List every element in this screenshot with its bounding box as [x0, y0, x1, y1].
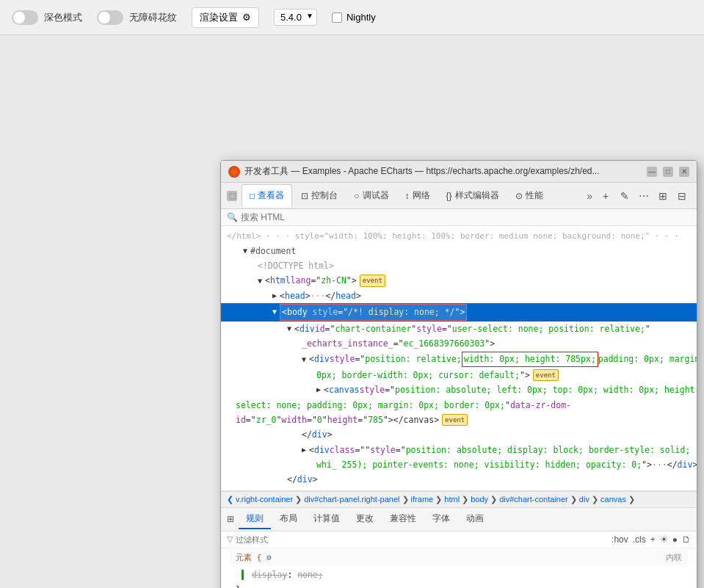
tree-collapse-icon[interactable]: ▼	[258, 275, 262, 287]
css-tab-computed[interactable]: 计算值	[306, 509, 347, 529]
tree-line-div-position[interactable]: ▼ <div style="position: relative; width:…	[221, 351, 697, 367]
maximize-button[interactable]: □	[663, 167, 673, 177]
tab-inspector-label: 查看器	[258, 189, 284, 202]
tab-network[interactable]: ↕ 网络	[398, 185, 438, 206]
css-element-close: }	[230, 584, 688, 588]
tree-line-head[interactable]: ▶ <head> ··· </head>	[221, 288, 697, 303]
tab-console[interactable]: ⊡ 控制台	[294, 185, 345, 206]
dark-mode-toggle[interactable]	[12, 10, 38, 25]
accessible-toggle-item: 无障碍花纹	[97, 10, 177, 25]
firefox-icon	[228, 166, 240, 178]
css-element-rule: 元素 { ⚙ 内联 display: none; }	[221, 548, 697, 588]
nightly-label: Nightly	[346, 12, 376, 23]
tree-line-echarts-instance: _echarts_instance_="ec_1668397660303">	[221, 336, 697, 351]
tree-collapse-icon[interactable]: ▼	[243, 245, 247, 257]
devtools-tab-bar: ⬚ □ 查看器 ⊡ 控制台 ○ 调试器 ↕ 网络 {} 样式编辑器 ⊙	[221, 183, 697, 209]
css-panel-tabs: ⊞ 规则 布局 计算值 更改 兼容性 字体 动画	[221, 508, 697, 531]
minimize-button[interactable]: —	[647, 167, 657, 177]
tree-collapse-icon[interactable]: ▶	[272, 290, 277, 302]
dock-side-button[interactable]: ⊟	[673, 187, 691, 205]
css-active-indicator	[242, 570, 244, 580]
tree-line-body-selected[interactable]: ▼ <body style="/*! display: none; */">	[221, 303, 697, 321]
more-tools-button[interactable]: ⋯	[635, 187, 653, 205]
render-settings-button[interactable]: 渲染设置 ⚙	[192, 7, 259, 28]
breadcrumb: ❮ v.right-container ❯ div#chart-panel.ri…	[221, 491, 697, 508]
breadcrumb-body[interactable]: body	[471, 495, 490, 504]
dark-icon[interactable]: ●	[672, 534, 678, 545]
render-label: 渲染设置	[200, 11, 238, 24]
tree-line-div-chart[interactable]: ▼ <div id="chart-container" style="user-…	[221, 322, 697, 336]
dark-mode-label: 深色模式	[44, 11, 82, 24]
css-tab-fonts[interactable]: 字体	[425, 509, 457, 529]
add-rule-button[interactable]: +	[650, 534, 656, 545]
css-gear-btn[interactable]: ⚙	[266, 553, 272, 562]
tab-debugger-label: 调试器	[363, 189, 389, 202]
tree-line-close-div: </div>	[221, 427, 697, 442]
css-element-source: 内联	[666, 551, 682, 565]
screenshot-icon[interactable]: 🗋	[682, 534, 691, 545]
breadcrumb-right-arrow: ❯	[628, 495, 635, 504]
tree-line-div-tooltip-cont: whi_ 255); pointer-events: none; visibil…	[221, 457, 697, 472]
tab-performance-icon: ⊙	[515, 191, 523, 201]
light-icon[interactable]: ☀	[660, 534, 668, 545]
css-filter-input[interactable]	[236, 535, 609, 544]
css-tab-changes[interactable]: 更改	[349, 509, 381, 529]
tree-line: </html> · · · style="width: 100%; height…	[221, 229, 697, 244]
css-tab-animation[interactable]: 动画	[459, 509, 491, 529]
event-badge: event	[533, 369, 559, 381]
new-tab-button[interactable]: +	[597, 187, 614, 205]
devtools-window: 开发者工具 — Examples - Apache ECharts — http…	[220, 160, 697, 588]
breadcrumb-chart-panel[interactable]: div#chart-panel.right-panel	[304, 495, 402, 504]
inspector-cursor-button[interactable]: ⬚	[227, 191, 237, 201]
css-tab-rules[interactable]: 规则	[239, 509, 271, 529]
nightly-checkbox[interactable]	[332, 12, 342, 23]
breadcrumb-canvas: canvas	[600, 495, 628, 504]
close-button[interactable]: ✕	[679, 167, 689, 177]
event-badge: event	[442, 414, 468, 426]
css-tab-compat[interactable]: 兼容性	[382, 509, 424, 529]
breadcrumb-iframe[interactable]: iframe	[411, 495, 436, 504]
tree-line-doctype: <!DOCTYPE html>	[221, 258, 697, 273]
tree-collapse-icon[interactable]: ▼	[302, 354, 306, 366]
tree-line-div-tooltip[interactable]: ▶ <div class="" style="position: absolut…	[221, 443, 697, 457]
tree-collapse-icon[interactable]: ▼	[272, 306, 277, 318]
breadcrumb-v-right[interactable]: v.right-container	[236, 495, 295, 504]
search-icon: 🔍	[227, 212, 238, 222]
undock-button[interactable]: ⊞	[654, 187, 672, 205]
tab-console-icon: ⊡	[301, 191, 308, 201]
breadcrumb-chart-container[interactable]: div#chart-container	[499, 495, 570, 504]
dark-mode-toggle-item: 深色模式	[12, 10, 82, 25]
tab-style-editor[interactable]: {} 样式编辑器	[439, 185, 507, 206]
css-panel: ⊞ 规则 布局 计算值 更改 兼容性 字体 动画 ▽ :hov .cls + ☀…	[221, 508, 697, 588]
accessible-toggle[interactable]	[97, 10, 123, 25]
filter-icon: ▽	[227, 534, 233, 544]
breadcrumb-html[interactable]: html	[444, 495, 462, 504]
css-tab-layout[interactable]: 布局	[272, 509, 305, 529]
search-html-input[interactable]	[241, 212, 691, 222]
html-search-toolbar: 🔍	[221, 209, 697, 226]
tree-collapse-icon[interactable]: ▼	[287, 323, 291, 335]
tab-console-label: 控制台	[311, 189, 338, 202]
tab-debugger[interactable]: ○ 调试器	[346, 185, 396, 206]
tab-inspector[interactable]: □ 查看器	[242, 184, 292, 207]
devtools-title: 开发者工具 — Examples - Apache ECharts — http…	[228, 165, 600, 178]
tab-performance[interactable]: ⊙ 性能	[508, 185, 551, 206]
devtools-title-text: 开发者工具 — Examples - Apache ECharts — http…	[244, 165, 600, 178]
tree-line-canvas-cont2: id="zr_0" width="0" height="785"></canva…	[221, 413, 697, 427]
tab-more-button[interactable]: »	[587, 190, 592, 202]
tree-line-canvas[interactable]: ▶ <canvas style="position: absolute; lef…	[221, 382, 697, 397]
hov-button[interactable]: :hov	[612, 534, 628, 545]
tab-style-icon: {}	[446, 191, 452, 201]
breadcrumb-div[interactable]: div	[579, 495, 592, 504]
tree-line-html[interactable]: ▼ <html lang="zh-CN"> event	[221, 273, 697, 288]
tab-performance-label: 性能	[526, 189, 543, 202]
css-element-body: display: none;	[230, 567, 688, 584]
cls-button[interactable]: .cls	[633, 534, 646, 545]
css-colon: :	[287, 570, 297, 580]
breadcrumb-item[interactable]: ❮	[227, 495, 233, 504]
tree-line-document[interactable]: ▼ #document	[221, 244, 697, 258]
pick-button[interactable]: ✎	[616, 187, 634, 205]
css-display-value: none;	[297, 570, 323, 580]
tab-debugger-icon: ○	[354, 191, 359, 201]
version-selector[interactable]: 5.4.0 ▼	[274, 9, 317, 26]
